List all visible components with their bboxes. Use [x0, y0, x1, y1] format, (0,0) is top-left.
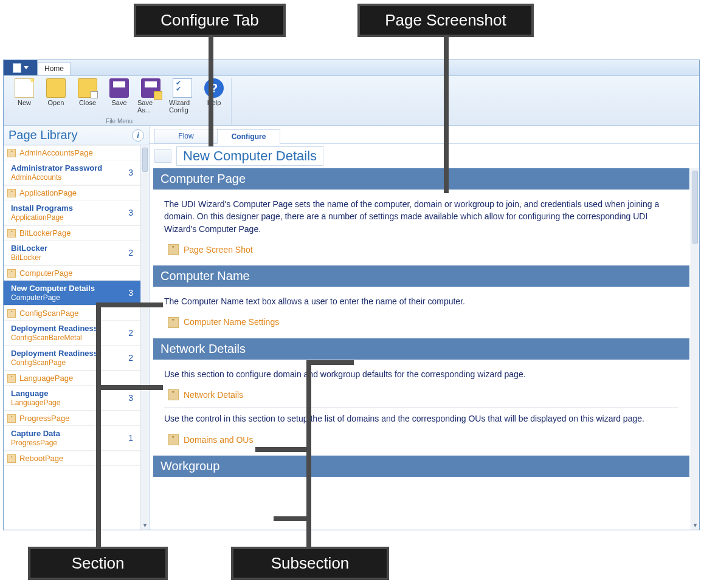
item-title: Capture Data: [11, 429, 60, 438]
label: Open: [48, 99, 64, 106]
app-menu-button[interactable]: [4, 60, 38, 75]
ribbon-open[interactable]: Open: [43, 78, 69, 114]
page-library-group-header[interactable]: ˄BitLockerPage: [4, 225, 140, 241]
body: Page Library i ˄AdminAccountsPageAdminis…: [4, 126, 699, 530]
page-library-group-header[interactable]: ˄ComputerPage: [4, 265, 140, 281]
ribbon-help[interactable]: ? Help: [201, 78, 227, 114]
subsection-toggle[interactable]: ˅Page Screen Shot: [168, 244, 678, 256]
scroll-thumb[interactable]: [142, 148, 148, 172]
ribbon: New Open Close Save Save As...: [4, 76, 699, 126]
ribbon-wizard-config[interactable]: Wizard Config: [169, 78, 196, 114]
content-scroll: Computer PageThe UDI Wizard's Computer P…: [153, 168, 699, 530]
page-library-item[interactable]: Deployment ReadinessConfigScanBareMetal2: [4, 321, 140, 346]
item-count: 2: [128, 353, 136, 363]
scroll-thumb[interactable]: [692, 171, 698, 244]
content-scrollbar[interactable]: ▲ ▼: [691, 168, 699, 530]
help-icon: ?: [204, 78, 224, 98]
group-title: ComputerPage: [19, 268, 72, 278]
page-library-group-header[interactable]: ˄ConfigScanPage: [4, 306, 140, 321]
subtab-configure[interactable]: Configure: [217, 129, 280, 144]
page-library-item[interactable]: Deployment ReadinessConfigScanPage2: [4, 346, 140, 371]
app-window: Home New Open Close Save: [3, 60, 700, 530]
page-library-scrollbar[interactable]: ▲ ▼: [140, 145, 149, 530]
section-body: The Computer Name text box allows a user…: [153, 287, 689, 338]
page-library-group-header[interactable]: ˄AdminAccountsPage: [4, 145, 140, 160]
callout-section: Section: [28, 547, 168, 580]
chevron-up-icon: ˄: [7, 229, 16, 238]
page-library-scroll: ˄AdminAccountsPageAdministrator Password…: [4, 145, 149, 530]
chevron-up-icon: ˄: [7, 269, 16, 278]
page-library-group-header[interactable]: ˄LanguagePage: [4, 371, 140, 386]
section-header: Workgroup: [153, 456, 689, 477]
page-library-item[interactable]: Administrator PasswordAdminAccounts3: [4, 160, 140, 185]
wizard-icon: [173, 78, 192, 98]
chevron-down-icon: ˅: [168, 317, 179, 328]
group-title: BitLockerPage: [19, 228, 71, 238]
tab-home[interactable]: Home: [38, 62, 71, 75]
item-count: 2: [128, 248, 136, 258]
ribbon-new[interactable]: New: [11, 78, 38, 114]
item-subtitle: ConfigScanBareMetal: [11, 333, 98, 342]
ribbon-save[interactable]: Save: [106, 78, 133, 114]
item-count: 3: [128, 208, 136, 217]
label: Save: [111, 99, 126, 106]
item-count: 3: [128, 168, 136, 177]
page-library-item[interactable]: Capture DataProgressPage1: [4, 426, 140, 451]
label: Wizard Config: [169, 99, 196, 114]
item-subtitle: ProgressPage: [11, 439, 60, 447]
new-icon: [15, 78, 34, 98]
section-text: The Computer Name text box allows a user…: [164, 295, 678, 307]
item-title: New Computer Details: [11, 284, 95, 293]
subtab-strip: Flow Configure: [150, 128, 699, 144]
dropdown-icon: [24, 66, 29, 69]
page-library-item[interactable]: BitLockerBitLocker2: [4, 241, 140, 265]
scroll-down-icon[interactable]: ▼: [691, 521, 699, 530]
page-library-title: Page Library: [9, 128, 77, 142]
page-library-group-header[interactable]: ˄RebootPage: [4, 451, 140, 466]
item-count: 3: [128, 393, 136, 403]
main-panel: Flow Configure New Computer Details Comp…: [150, 126, 699, 530]
callout-subsection: Subsection: [231, 547, 389, 580]
item-count: 1: [128, 433, 136, 443]
item-title: Administrator Password: [11, 163, 102, 173]
group-title: AdminAccountsPage: [19, 148, 93, 157]
page-library-group-header[interactable]: ˄ProgressPage: [4, 411, 140, 426]
item-title: Deployment Readiness: [11, 349, 98, 358]
item-count: 2: [128, 328, 136, 338]
chevron-down-icon: ˅: [168, 244, 179, 255]
chevron-up-icon: ˄: [7, 189, 16, 197]
page-library-panel: Page Library i ˄AdminAccountsPageAdminis…: [4, 126, 150, 530]
subsection-toggle[interactable]: ˅Computer Name Settings: [168, 316, 678, 328]
label: Close: [79, 99, 96, 106]
group-title: RebootPage: [19, 454, 63, 463]
section-header: Network Details: [153, 338, 689, 360]
scroll-down-icon[interactable]: ▼: [141, 521, 149, 530]
item-title: BitLocker: [11, 244, 47, 253]
page-library-group-header[interactable]: ˄ApplicationPage: [4, 185, 140, 200]
info-icon[interactable]: i: [132, 129, 144, 142]
subsection-label: Domains and OUs: [184, 434, 253, 446]
save-as-icon: [141, 78, 160, 98]
document-icon: [13, 63, 21, 73]
ribbon-group-label: File Menu: [106, 118, 133, 125]
item-subtitle: LanguagePage: [11, 398, 60, 407]
page-library-item[interactable]: Install ProgramsApplicationPage3: [4, 200, 140, 225]
page-library-item[interactable]: New Computer DetailsComputerPage3: [4, 281, 140, 306]
ribbon-save-as[interactable]: Save As...: [137, 78, 164, 114]
item-subtitle: ApplicationPage: [11, 213, 73, 222]
ribbon-close[interactable]: Close: [74, 78, 101, 114]
group-title: ConfigScanPage: [19, 309, 79, 318]
section-text: Use this section to configure domain and…: [164, 368, 678, 380]
close-icon: [78, 78, 97, 98]
subsection-toggle[interactable]: ˅Domains and OUs: [168, 434, 678, 446]
section-body: The UDI Wizard's Computer Page sets the …: [153, 190, 689, 265]
label: New: [18, 99, 31, 106]
subsection-toggle[interactable]: ˅Network Details: [168, 389, 678, 401]
page-title: New Computer Details: [176, 146, 323, 166]
item-title: Language: [11, 389, 60, 398]
chevron-up-icon: ˄: [7, 149, 16, 157]
chevron-up-icon: ˄: [7, 454, 16, 463]
chevron-up-icon: ˄: [7, 414, 16, 423]
section-header: Computer Page: [153, 168, 689, 190]
item-count: 3: [128, 288, 136, 298]
